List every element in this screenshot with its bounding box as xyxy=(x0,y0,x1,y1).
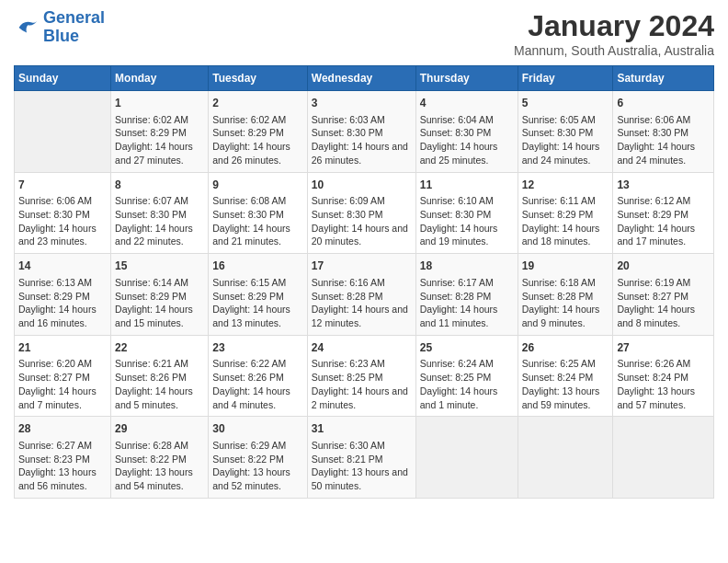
day-number: 18 xyxy=(420,259,514,274)
calendar-cell xyxy=(15,91,111,173)
cell-content: Sunrise: 6:30 AMSunset: 8:21 PMDaylight:… xyxy=(312,439,412,493)
week-row-4: 21Sunrise: 6:20 AMSunset: 8:27 PMDayligh… xyxy=(15,335,714,417)
cell-content: Sunrise: 6:04 AMSunset: 8:30 PMDaylight:… xyxy=(420,113,514,167)
cell-content: Sunrise: 6:03 AMSunset: 8:30 PMDaylight:… xyxy=(312,113,412,167)
calendar-cell: 3Sunrise: 6:03 AMSunset: 8:30 PMDaylight… xyxy=(307,91,415,173)
cell-content: Sunrise: 6:24 AMSunset: 8:25 PMDaylight:… xyxy=(420,357,514,411)
calendar-cell: 7Sunrise: 6:06 AMSunset: 8:30 PMDaylight… xyxy=(15,172,111,254)
day-number: 22 xyxy=(115,340,204,356)
calendar-table: SundayMondayTuesdayWednesdayThursdayFrid… xyxy=(14,65,714,499)
day-number: 15 xyxy=(115,259,204,274)
cell-content: Sunrise: 6:12 AMSunset: 8:29 PMDaylight:… xyxy=(617,194,710,248)
calendar-cell: 12Sunrise: 6:11 AMSunset: 8:29 PMDayligh… xyxy=(518,172,613,254)
day-number: 5 xyxy=(522,96,609,111)
day-number: 3 xyxy=(312,96,412,111)
calendar-cell: 5Sunrise: 6:05 AMSunset: 8:30 PMDaylight… xyxy=(518,91,613,173)
day-number: 26 xyxy=(522,340,609,356)
day-number: 19 xyxy=(522,259,609,274)
calendar-cell: 20Sunrise: 6:19 AMSunset: 8:27 PMDayligh… xyxy=(613,254,714,336)
calendar-cell: 28Sunrise: 6:27 AMSunset: 8:23 PMDayligh… xyxy=(15,417,111,499)
calendar-cell: 9Sunrise: 6:08 AMSunset: 8:30 PMDaylight… xyxy=(209,172,308,254)
cell-content: Sunrise: 6:19 AMSunset: 8:27 PMDaylight:… xyxy=(617,276,710,330)
week-row-5: 28Sunrise: 6:27 AMSunset: 8:23 PMDayligh… xyxy=(15,417,714,499)
cell-content: Sunrise: 6:26 AMSunset: 8:24 PMDaylight:… xyxy=(617,357,710,411)
calendar-cell xyxy=(518,417,613,499)
cell-content: Sunrise: 6:27 AMSunset: 8:23 PMDaylight:… xyxy=(18,439,107,493)
cell-content: Sunrise: 6:02 AMSunset: 8:29 PMDaylight:… xyxy=(212,113,303,167)
day-number: 23 xyxy=(212,340,303,356)
calendar-cell: 16Sunrise: 6:15 AMSunset: 8:29 PMDayligh… xyxy=(209,254,308,336)
cell-content: Sunrise: 6:22 AMSunset: 8:26 PMDaylight:… xyxy=(212,357,303,411)
cell-content: Sunrise: 6:14 AMSunset: 8:29 PMDaylight:… xyxy=(115,276,204,330)
calendar-cell: 8Sunrise: 6:07 AMSunset: 8:30 PMDaylight… xyxy=(111,172,209,254)
day-number: 30 xyxy=(212,421,303,437)
cell-content: Sunrise: 6:02 AMSunset: 8:29 PMDaylight:… xyxy=(115,113,204,167)
calendar-cell: 25Sunrise: 6:24 AMSunset: 8:25 PMDayligh… xyxy=(415,335,518,417)
cell-content: Sunrise: 6:29 AMSunset: 8:22 PMDaylight:… xyxy=(212,439,303,493)
calendar-cell: 24Sunrise: 6:23 AMSunset: 8:25 PMDayligh… xyxy=(307,335,415,417)
cell-content: Sunrise: 6:15 AMSunset: 8:29 PMDaylight:… xyxy=(212,276,303,330)
cell-content: Sunrise: 6:21 AMSunset: 8:26 PMDaylight:… xyxy=(115,357,204,411)
calendar-cell: 15Sunrise: 6:14 AMSunset: 8:29 PMDayligh… xyxy=(111,254,209,336)
day-number: 9 xyxy=(212,178,303,193)
calendar-cell: 19Sunrise: 6:18 AMSunset: 8:28 PMDayligh… xyxy=(518,254,613,336)
header-cell-thursday: Thursday xyxy=(415,66,518,91)
week-row-1: 1Sunrise: 6:02 AMSunset: 8:29 PMDaylight… xyxy=(15,91,714,173)
header-row: SundayMondayTuesdayWednesdayThursdayFrid… xyxy=(15,66,714,91)
calendar-cell: 22Sunrise: 6:21 AMSunset: 8:26 PMDayligh… xyxy=(111,335,209,417)
cell-content: Sunrise: 6:25 AMSunset: 8:24 PMDaylight:… xyxy=(522,357,609,411)
calendar-cell: 10Sunrise: 6:09 AMSunset: 8:30 PMDayligh… xyxy=(307,172,415,254)
cell-content: Sunrise: 6:06 AMSunset: 8:30 PMDaylight:… xyxy=(617,113,710,167)
header-cell-friday: Friday xyxy=(518,66,613,91)
day-number: 17 xyxy=(312,259,412,274)
day-number: 7 xyxy=(18,178,107,193)
day-number: 27 xyxy=(617,340,710,356)
day-number: 13 xyxy=(617,178,710,193)
cell-content: Sunrise: 6:11 AMSunset: 8:29 PMDaylight:… xyxy=(522,194,609,248)
calendar-cell: 14Sunrise: 6:13 AMSunset: 8:29 PMDayligh… xyxy=(15,254,111,336)
header-cell-wednesday: Wednesday xyxy=(307,66,415,91)
day-number: 29 xyxy=(115,421,204,437)
day-number: 6 xyxy=(617,96,710,111)
week-row-2: 7Sunrise: 6:06 AMSunset: 8:30 PMDaylight… xyxy=(15,172,714,254)
calendar-cell: 6Sunrise: 6:06 AMSunset: 8:30 PMDaylight… xyxy=(613,91,714,173)
day-number: 10 xyxy=(312,178,412,193)
cell-content: Sunrise: 6:05 AMSunset: 8:30 PMDaylight:… xyxy=(522,113,609,167)
day-number: 4 xyxy=(420,96,514,111)
calendar-cell: 27Sunrise: 6:26 AMSunset: 8:24 PMDayligh… xyxy=(613,335,714,417)
calendar-cell xyxy=(415,417,518,499)
calendar-subtitle: Mannum, South Australia, Australia xyxy=(514,43,714,58)
calendar-cell xyxy=(613,417,714,499)
cell-content: Sunrise: 6:10 AMSunset: 8:30 PMDaylight:… xyxy=(420,194,514,248)
page-header: General Blue January 2024 Mannum, South … xyxy=(14,9,714,58)
logo-icon xyxy=(14,15,40,40)
calendar-cell: 30Sunrise: 6:29 AMSunset: 8:22 PMDayligh… xyxy=(209,417,308,499)
day-number: 20 xyxy=(617,259,710,274)
cell-content: Sunrise: 6:17 AMSunset: 8:28 PMDaylight:… xyxy=(420,276,514,330)
cell-content: Sunrise: 6:07 AMSunset: 8:30 PMDaylight:… xyxy=(115,194,204,248)
cell-content: Sunrise: 6:08 AMSunset: 8:30 PMDaylight:… xyxy=(212,194,303,248)
day-number: 21 xyxy=(18,340,107,356)
header-cell-saturday: Saturday xyxy=(613,66,714,91)
day-number: 14 xyxy=(18,259,107,274)
day-number: 1 xyxy=(115,96,204,111)
cell-content: Sunrise: 6:16 AMSunset: 8:28 PMDaylight:… xyxy=(312,276,412,330)
cell-content: Sunrise: 6:13 AMSunset: 8:29 PMDaylight:… xyxy=(18,276,107,330)
day-number: 31 xyxy=(312,421,412,437)
calendar-cell: 31Sunrise: 6:30 AMSunset: 8:21 PMDayligh… xyxy=(307,417,415,499)
logo: General Blue xyxy=(14,9,105,46)
day-number: 11 xyxy=(420,178,514,193)
cell-content: Sunrise: 6:28 AMSunset: 8:22 PMDaylight:… xyxy=(115,439,204,493)
calendar-cell: 17Sunrise: 6:16 AMSunset: 8:28 PMDayligh… xyxy=(307,254,415,336)
calendar-cell: 26Sunrise: 6:25 AMSunset: 8:24 PMDayligh… xyxy=(518,335,613,417)
week-row-3: 14Sunrise: 6:13 AMSunset: 8:29 PMDayligh… xyxy=(15,254,714,336)
logo-text: General Blue xyxy=(43,9,105,46)
calendar-cell: 4Sunrise: 6:04 AMSunset: 8:30 PMDaylight… xyxy=(415,91,518,173)
calendar-cell: 11Sunrise: 6:10 AMSunset: 8:30 PMDayligh… xyxy=(415,172,518,254)
cell-content: Sunrise: 6:09 AMSunset: 8:30 PMDaylight:… xyxy=(312,194,412,248)
day-number: 28 xyxy=(18,421,107,437)
day-number: 16 xyxy=(212,259,303,274)
calendar-cell: 13Sunrise: 6:12 AMSunset: 8:29 PMDayligh… xyxy=(613,172,714,254)
header-cell-sunday: Sunday xyxy=(15,66,111,91)
cell-content: Sunrise: 6:23 AMSunset: 8:25 PMDaylight:… xyxy=(312,357,412,411)
